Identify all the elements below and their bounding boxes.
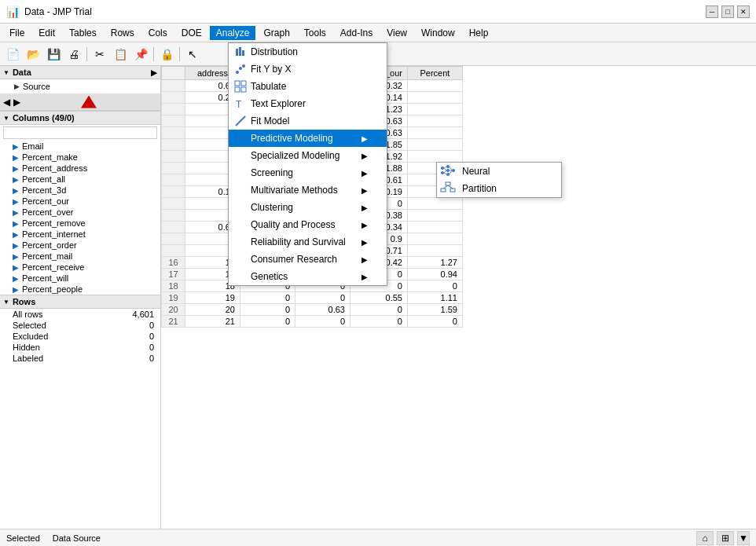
toolbar-lock[interactable]: 🔒 <box>157 46 176 63</box>
analyze-text-explorer[interactable]: T Text Explorer <box>229 95 387 112</box>
menu-bar: File Edit Tables Rows Cols DOE Analyze G… <box>0 24 756 42</box>
toolbar-cut[interactable]: ✂ <box>90 46 109 63</box>
status-expand-button[interactable]: ▼ <box>737 531 750 545</box>
menu-view[interactable]: View <box>380 26 413 40</box>
menu-tables[interactable]: Tables <box>63 26 103 40</box>
column-icon-percent-people: ▶ <box>13 285 19 294</box>
column-item-percent-our[interactable]: ▶ Percent_our <box>0 196 160 207</box>
analyze-screening[interactable]: Screening ▶ <box>229 164 387 181</box>
toolbar-sep-1 <box>86 47 87 61</box>
toolbar-new[interactable]: 📄 <box>3 46 22 63</box>
analyze-specialized-modeling[interactable]: Specialized Modeling ▶ <box>229 147 387 164</box>
cell-rownum <box>162 245 185 257</box>
status-home-button[interactable]: ⌂ <box>696 531 714 545</box>
excluded-rows-label: Excluded <box>0 331 129 342</box>
predictive-modeling-subdropdown[interactable]: Neural Partition <box>436 162 562 198</box>
analyze-predictive-modeling[interactable]: Predictive Modeling ▶ <box>229 130 387 147</box>
columns-section-header[interactable]: ▼ Columns (49/0) <box>0 112 160 125</box>
toolbar-print[interactable]: 🖨 <box>64 46 83 63</box>
rows-section-header[interactable]: ▼ Rows <box>0 295 160 309</box>
col-header-rownum[interactable] <box>162 67 185 80</box>
toolbar-cursor[interactable]: ↖ <box>183 46 202 63</box>
partition-item[interactable]: Partition <box>437 180 561 197</box>
rows-triangle-icon: ▼ <box>3 299 9 306</box>
column-search-input[interactable] <box>3 126 157 139</box>
cell-percent-all: 0 <box>240 304 295 316</box>
svg-rect-27 <box>450 189 455 192</box>
cell-rownum: 20 <box>162 304 185 316</box>
column-item-percent-will[interactable]: ▶ Percent_will <box>0 273 160 284</box>
column-item-percent-all[interactable]: ▶ Percent_all <box>0 174 160 185</box>
nav-right-icon[interactable]: ▶ <box>13 97 20 108</box>
menu-add-ins[interactable]: Add-Ins <box>334 26 379 40</box>
status-grid-button[interactable]: ⊞ <box>717 531 734 545</box>
analyze-tabulate[interactable]: Tabulate <box>229 78 387 95</box>
analyze-reliability[interactable]: Reliability and Survival ▶ <box>229 233 387 251</box>
menu-edit[interactable]: Edit <box>32 26 61 40</box>
svg-line-11 <box>236 116 245 126</box>
window-controls[interactable]: ─ □ ✕ <box>706 5 750 18</box>
analyze-fit-model[interactable]: Fit Model <box>229 112 387 130</box>
data-source-item[interactable]: ▶ Source <box>13 81 157 92</box>
close-button[interactable]: ✕ <box>737 5 750 18</box>
menu-cols[interactable]: Cols <box>142 26 174 40</box>
consumer-label: Consumer Research <box>251 254 337 265</box>
column-item-percent-address[interactable]: ▶ Percent_address <box>0 163 160 174</box>
svg-line-28 <box>443 185 448 189</box>
cell-percent: 0 <box>407 316 462 328</box>
column-item-email[interactable]: ▶ Email <box>0 141 160 152</box>
column-item-percent-people[interactable]: ▶ Percent_people <box>0 284 160 295</box>
column-item-percent-receive[interactable]: ▶ Percent_receive <box>0 262 160 273</box>
analyze-consumer[interactable]: Consumer Research ▶ <box>229 251 387 268</box>
fit-model-icon <box>233 114 248 128</box>
cell-percent <box>407 115 462 127</box>
toolbar-save[interactable]: 💾 <box>44 46 63 63</box>
cell-rownum <box>162 139 185 151</box>
analyze-quality[interactable]: Quality and Process ▶ <box>229 216 387 233</box>
cell-percent-3d: 0 <box>295 316 350 328</box>
menu-file[interactable]: File <box>3 26 31 40</box>
column-item-percent-mail[interactable]: ▶ Percent_mail <box>0 251 160 262</box>
red-triangle-icon <box>81 96 97 108</box>
column-item-percent-internet[interactable]: ▶ Percent_internet <box>0 229 160 240</box>
menu-doe[interactable]: DOE <box>175 26 208 40</box>
column-item-percent-order[interactable]: ▶ Percent_order <box>0 240 160 251</box>
column-item-percent-make[interactable]: ▶ Percent_make <box>0 152 160 163</box>
svg-rect-6 <box>235 81 240 86</box>
column-icon-email: ▶ <box>13 142 19 151</box>
column-label-percent-internet: Percent_internet <box>22 229 86 239</box>
menu-help[interactable]: Help <box>463 26 495 40</box>
neural-item[interactable]: Neural <box>437 163 561 180</box>
column-item-percent-3d[interactable]: ▶ Percent_3d <box>0 185 160 196</box>
status-selected: Selected <box>6 533 40 543</box>
genetics-label: Genetics <box>251 271 288 282</box>
svg-rect-0 <box>236 49 238 56</box>
column-label-percent-3d: Percent_3d <box>22 185 66 195</box>
screening-arrow-icon: ▶ <box>361 169 368 178</box>
analyze-fit-y-by-x[interactable]: Fit Y by X <box>229 60 387 78</box>
menu-graph[interactable]: Graph <box>257 26 295 40</box>
menu-rows[interactable]: Rows <box>105 26 141 40</box>
analyze-clustering[interactable]: Clustering ▶ <box>229 199 387 216</box>
column-item-percent-over[interactable]: ▶ Percent_over <box>0 207 160 218</box>
col-header-percent[interactable]: Percent <box>407 67 462 80</box>
analyze-dropdown[interactable]: Distribution Fit Y by X Tabulate T Text … <box>228 42 387 286</box>
nav-left-icon[interactable]: ◀ <box>3 97 10 108</box>
minimize-button[interactable]: ─ <box>706 5 718 18</box>
toolbar-open[interactable]: 📂 <box>24 46 42 63</box>
menu-analyze[interactable]: Analyze <box>210 26 256 40</box>
toolbar-paste[interactable]: 📌 <box>131 46 150 63</box>
analyze-distribution[interactable]: Distribution <box>229 43 387 60</box>
analyze-genetics[interactable]: Genetics ▶ <box>229 268 387 285</box>
toolbar-sep-2 <box>153 47 154 61</box>
column-item-percent-remove[interactable]: ▶ Percent_remove <box>0 218 160 229</box>
cell-rownum <box>162 115 185 127</box>
menu-window[interactable]: Window <box>415 26 461 40</box>
toolbar-copy[interactable]: 📋 <box>111 46 130 63</box>
svg-rect-9 <box>241 87 246 92</box>
analyze-multivariate[interactable]: Multivariate Methods ▶ <box>229 181 387 199</box>
maximize-button[interactable]: □ <box>721 5 734 18</box>
menu-tools[interactable]: Tools <box>298 26 332 40</box>
cell-rownum <box>162 163 185 174</box>
data-section-header[interactable]: ▼ Data ▶ <box>0 66 160 79</box>
